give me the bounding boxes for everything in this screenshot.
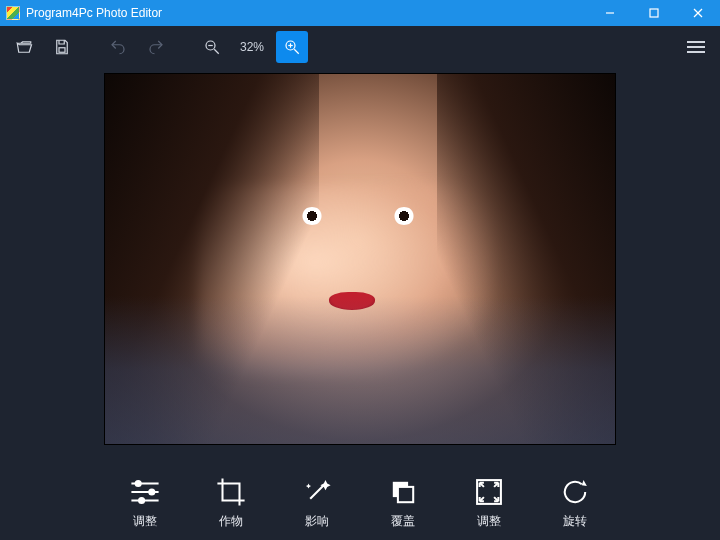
wand-icon: [300, 475, 334, 509]
overlay-label: 覆盖: [391, 513, 415, 530]
hamburger-icon: [687, 41, 705, 53]
svg-rect-1: [650, 9, 658, 17]
maximize-button[interactable]: [632, 0, 676, 26]
open-button[interactable]: [8, 31, 40, 63]
rotate-tool[interactable]: 旋转: [558, 475, 592, 530]
crop-tool[interactable]: 作物: [214, 475, 248, 530]
crop-label: 作物: [219, 513, 243, 530]
sliders-icon: [128, 475, 162, 509]
minimize-button[interactable]: [588, 0, 632, 26]
effects-label: 影响: [305, 513, 329, 530]
close-button[interactable]: [676, 0, 720, 26]
canvas-area: [0, 68, 720, 464]
svg-rect-20: [398, 486, 413, 501]
svg-point-15: [136, 480, 141, 485]
bottom-toolbar: 调整 作物 影响 覆盖 调整 旋转: [0, 464, 720, 540]
svg-line-6: [214, 49, 219, 54]
redo-button[interactable]: [140, 31, 172, 63]
resize-label: 调整: [477, 513, 501, 530]
menu-button[interactable]: [680, 31, 712, 63]
expand-icon: [472, 475, 506, 509]
app-logo-icon: [6, 6, 20, 20]
app-title: Program4Pc Photo Editor: [26, 6, 162, 20]
crop-icon: [214, 475, 248, 509]
adjust-tool[interactable]: 调整: [128, 475, 162, 530]
titlebar: Program4Pc Photo Editor: [0, 0, 720, 26]
resize-tool[interactable]: 调整: [472, 475, 506, 530]
rotate-label: 旋转: [563, 513, 587, 530]
zoom-in-button[interactable]: [276, 31, 308, 63]
toolbar: 32%: [0, 26, 720, 68]
svg-line-9: [294, 49, 299, 54]
rotate-icon: [558, 475, 592, 509]
undo-button[interactable]: [102, 31, 134, 63]
adjust-label: 调整: [133, 513, 157, 530]
photo-canvas[interactable]: [105, 74, 615, 444]
svg-point-17: [139, 497, 144, 502]
svg-point-16: [149, 489, 154, 494]
overlay-tool[interactable]: 覆盖: [386, 475, 420, 530]
svg-rect-4: [59, 48, 65, 53]
zoom-level: 32%: [240, 40, 264, 54]
save-button[interactable]: [46, 31, 78, 63]
zoom-out-button[interactable]: [196, 31, 228, 63]
effects-tool[interactable]: 影响: [300, 475, 334, 530]
layers-icon: [386, 475, 420, 509]
